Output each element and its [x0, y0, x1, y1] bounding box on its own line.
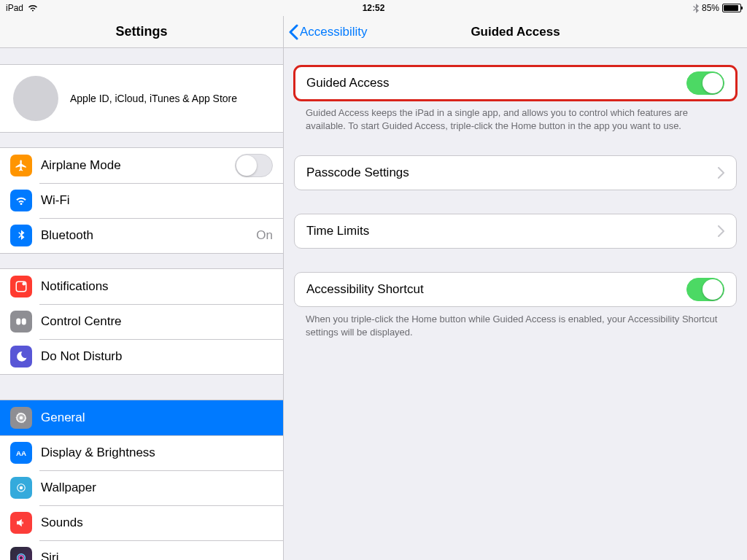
avatar: [13, 76, 58, 121]
sidebar-header: Settings: [0, 16, 283, 48]
chevron-left-icon: [288, 24, 298, 40]
detail-title: Guided Access: [471, 25, 560, 39]
wifi-label: Wi-Fi: [41, 193, 273, 208]
back-label: Accessibility: [300, 25, 368, 39]
wifi-settings-icon: [10, 190, 32, 211]
status-bar: iPad 12:52 85%: [0, 0, 747, 16]
sidebar-item-sounds[interactable]: Sounds: [0, 505, 283, 540]
chevron-right-icon: [718, 225, 724, 237]
shortcut-toggle[interactable]: [686, 278, 724, 301]
wallpaper-icon: [10, 477, 32, 499]
general-label: General: [41, 411, 273, 425]
control-centre-icon: [10, 311, 32, 332]
wallpaper-label: Wallpaper: [41, 481, 273, 495]
back-button[interactable]: Accessibility: [284, 24, 368, 40]
notifications-label: Notifications: [41, 279, 273, 294]
bluetooth-icon: [693, 4, 699, 13]
device-label: iPad: [6, 3, 23, 13]
time-limits-label: Time Limits: [306, 224, 718, 238]
sounds-label: Sounds: [41, 516, 273, 530]
guided-access-toggle[interactable]: [686, 71, 724, 95]
sidebar-item-bluetooth[interactable]: Bluetooth On: [0, 218, 283, 253]
sidebar-item-wallpaper[interactable]: Wallpaper: [0, 470, 283, 505]
passcode-settings-row[interactable]: Passcode Settings: [294, 155, 737, 190]
svg-text:AA: AA: [16, 449, 26, 457]
clock: 12:52: [363, 3, 385, 13]
airplane-toggle[interactable]: [235, 154, 273, 177]
svg-point-9: [18, 554, 26, 560]
passcode-label: Passcode Settings: [306, 166, 718, 180]
sidebar-item-wifi[interactable]: Wi-Fi: [0, 183, 283, 218]
siri-icon: [10, 547, 32, 560]
sidebar-item-notifications[interactable]: Notifications: [0, 269, 283, 304]
display-label: Display & Brightness: [41, 446, 273, 460]
bluetooth-settings-icon: [10, 225, 32, 246]
svg-point-10: [19, 556, 23, 560]
guided-access-row[interactable]: Guided Access: [294, 66, 737, 101]
control-centre-label: Control Centre: [41, 314, 273, 329]
airplane-icon: [10, 155, 32, 176]
sidebar-item-control-centre[interactable]: Control Centre: [0, 304, 283, 339]
shortcut-desc: When you triple-click the Home button wh…: [294, 307, 737, 338]
svg-rect-3: [22, 319, 26, 325]
dnd-label: Do Not Disturb: [41, 349, 273, 364]
accessibility-shortcut-row[interactable]: Accessibility Shortcut: [294, 272, 737, 307]
battery-icon: [722, 4, 741, 12]
chevron-right-icon: [718, 167, 724, 179]
siri-label: Siri: [41, 551, 273, 560]
sidebar-item-display[interactable]: AA Display & Brightness: [0, 435, 283, 470]
settings-sidebar: Settings Apple ID, iCloud, iTunes & App …: [0, 16, 284, 560]
sidebar-item-dnd[interactable]: Do Not Disturb: [0, 339, 283, 374]
sidebar-title: Settings: [115, 24, 167, 39]
airplane-label: Airplane Mode: [41, 158, 235, 173]
detail-panel: Accessibility Guided Access Guided Acces…: [284, 16, 747, 560]
sounds-icon: [10, 512, 32, 534]
guided-access-label: Guided Access: [306, 76, 686, 90]
notifications-icon: [10, 276, 32, 298]
display-icon: AA: [10, 442, 32, 464]
time-limits-row[interactable]: Time Limits: [294, 214, 737, 249]
bluetooth-label: Bluetooth: [41, 228, 256, 243]
sidebar-item-general[interactable]: General: [0, 400, 283, 435]
account-label: Apple ID, iCloud, iTunes & App Store: [70, 93, 237, 104]
svg-point-8: [20, 486, 23, 490]
shortcut-label: Accessibility Shortcut: [306, 282, 686, 297]
svg-point-1: [23, 282, 26, 286]
wifi-icon: [28, 4, 38, 12]
battery-percent: 85%: [702, 3, 719, 13]
detail-header: Accessibility Guided Access: [284, 16, 747, 48]
general-icon: [10, 407, 32, 429]
bluetooth-value: On: [256, 228, 273, 243]
guided-access-desc: Guided Access keeps the iPad in a single…: [294, 101, 737, 132]
dnd-icon: [10, 346, 32, 368]
sidebar-item-siri[interactable]: Siri: [0, 540, 283, 560]
account-cell[interactable]: Apple ID, iCloud, iTunes & App Store: [0, 65, 283, 132]
svg-rect-2: [16, 319, 20, 325]
sidebar-item-airplane[interactable]: Airplane Mode: [0, 148, 283, 183]
